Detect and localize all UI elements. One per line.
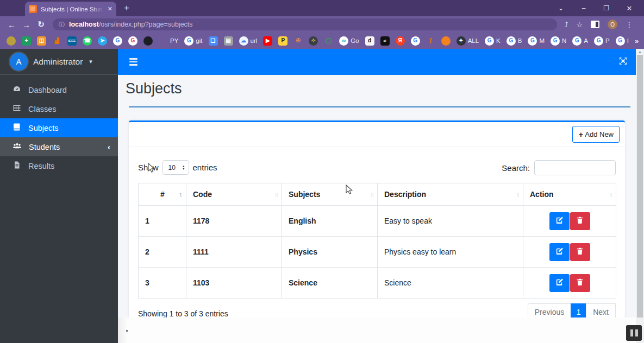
bookmark-godaddy-icon[interactable]: ∞Go [339, 36, 359, 46]
bookmark-analytics-icon[interactable]: ▟ [52, 36, 61, 46]
tab-search-icon[interactable]: ⌄ [549, 4, 572, 12]
close-button[interactable]: ✕ [618, 4, 641, 12]
new-tab-button[interactable]: + [124, 3, 129, 14]
column-header-subjects[interactable]: Subjects↑↓ [282, 183, 378, 206]
column-header-num[interactable]: #↑↓ [139, 183, 186, 206]
column-header-code[interactable]: Code↑↓ [186, 183, 282, 206]
pause-button[interactable] [626, 325, 642, 341]
bookmark-star-icon[interactable]: ☆ [577, 21, 583, 29]
bookmark-py-icon[interactable]: PY [159, 36, 178, 46]
tab-close-icon[interactable]: ✕ [108, 5, 112, 12]
search-control: Search: [502, 160, 616, 175]
bookmarks-overflow-icon[interactable]: » [635, 37, 639, 45]
bookmark-cl-icon[interactable]: cl [380, 36, 390, 46]
cell-code: 1111 [186, 237, 282, 268]
url-path: /osrs/index.php?page=subjects [99, 21, 193, 28]
hamburger-menu-icon[interactable] [129, 58, 137, 65]
scroll-up-icon[interactable]: ▲ [636, 50, 644, 54]
delete-button[interactable] [570, 212, 590, 230]
tachometer-icon [12, 85, 21, 95]
bookmark-google-icon[interactable]: G [411, 36, 420, 46]
scrollbar-thumb[interactable] [637, 55, 643, 317]
pagination-next[interactable]: Next [586, 303, 616, 317]
browser-titlebar: Subjects | Online Student Result S ✕ + ⌄… [0, 0, 644, 16]
bookmark-youtube-icon[interactable]: ▶ [263, 36, 272, 46]
sidebar-item-dashboard[interactable]: Dashboard [0, 80, 118, 99]
cell-description: Physics easy to learn [378, 237, 523, 268]
bookmark-g-n-icon[interactable]: GN [551, 36, 566, 46]
bookmark-google-icon[interactable]: G [128, 36, 137, 46]
table-row: 2 1111 Physics Physics easy to learn [139, 237, 616, 268]
book-icon [12, 123, 21, 133]
reload-icon[interactable]: ↻ [34, 20, 48, 29]
bookmark-movie-icon[interactable]: ✇ [293, 36, 303, 46]
bookmark-github-icon[interactable] [143, 36, 153, 46]
forward-icon[interactable]: → [19, 20, 34, 29]
add-new-button[interactable]: + Add New [572, 126, 620, 143]
bookmark-orange-dot-icon[interactable] [441, 36, 451, 46]
pagination-page-1[interactable]: 1 [571, 303, 586, 317]
bookmark-plant-icon[interactable] [7, 36, 16, 46]
bookmark-all-globe-icon[interactable]: ✦ALL [457, 36, 479, 46]
bookmark-yandex-icon[interactable]: Я [396, 36, 405, 46]
sidebar-item-results[interactable]: Results [0, 156, 118, 175]
restore-button[interactable]: ❐ [595, 4, 618, 12]
bookmark-green-ring-icon[interactable]: ◯ [324, 36, 333, 46]
bookmark-g-a-icon[interactable]: GA [572, 36, 588, 46]
bookmark-image-icon[interactable]: ❑ [209, 36, 218, 46]
fullscreen-icon[interactable] [618, 56, 628, 68]
bookmark-g-i-icon[interactable]: GI [616, 36, 629, 46]
delete-button[interactable] [570, 243, 590, 261]
edit-button[interactable] [549, 243, 570, 261]
column-header-description[interactable]: Description↑↓ [378, 183, 523, 206]
bookmark-cart-icon[interactable]: ✧ [309, 36, 318, 46]
back-icon[interactable]: ← [4, 20, 19, 29]
cell-code: 1103 [186, 268, 282, 298]
vertical-scrollbar[interactable]: ▲ [636, 49, 644, 343]
page-size-select[interactable]: 10 ▲▼ [162, 160, 189, 175]
split-screen-icon[interactable] [591, 21, 599, 28]
site-info-icon[interactable]: ⓘ [59, 21, 65, 29]
bookmark-g-p-icon[interactable]: GP [594, 36, 610, 46]
browser-menu-icon[interactable]: ⋮ [626, 21, 633, 29]
sidebar-item-classes[interactable]: Classes [0, 99, 118, 118]
add-new-label: Add New [585, 130, 614, 138]
edit-button[interactable] [549, 212, 570, 230]
sidebar-item-students[interactable]: Students ‹ [0, 137, 118, 156]
pagination: Previous 1 Next [528, 303, 616, 317]
cell-subject: Science [282, 268, 378, 298]
delete-button[interactable] [570, 274, 590, 292]
pagination-previous[interactable]: Previous [528, 303, 571, 317]
bookmark-google-git-icon[interactable]: Ggit [184, 36, 202, 46]
bookmark-duck-icon[interactable]: d [365, 36, 374, 46]
table-row: 1 1178 English Easy to speak [139, 206, 616, 237]
address-bar[interactable]: ⓘ localhost/osrs/index.php?page=subjects [53, 18, 557, 30]
user-panel[interactable]: A Administrator ▾ [0, 49, 118, 75]
share-icon[interactable]: ⤴ [565, 21, 568, 29]
bookmark-url-cloud-icon[interactable]: ☁url [239, 36, 258, 46]
cell-description: Easy to speak [378, 206, 523, 237]
bookmark-g-m-icon[interactable]: GM [528, 36, 545, 46]
bookmark-camera-icon[interactable]: ▤ [224, 36, 233, 46]
search-input[interactable] [534, 160, 616, 175]
bookmark-g-b-icon[interactable]: GB [507, 36, 522, 46]
bookmark-whatsapp-icon[interactable]: ☎ [83, 36, 92, 46]
minimize-button[interactable]: – [572, 4, 595, 12]
column-header-action[interactable]: Action↑↓ [523, 183, 616, 206]
browser-tab[interactable]: Subjects | Online Student Result S ✕ [25, 2, 116, 16]
bookmark-g-k-icon[interactable]: GK [485, 36, 501, 46]
browser-profile-avatar[interactable]: O [608, 20, 617, 29]
bookmark-google-icon[interactable]: G [113, 36, 122, 46]
sidebar-item-subjects[interactable]: Subjects [0, 118, 118, 137]
plus-icon: + [578, 130, 583, 139]
bookmark-sheets-icon[interactable]: + [22, 36, 31, 46]
screen: Subjects | Online Student Result S ✕ + ⌄… [0, 0, 644, 343]
bookmark-telegram-icon[interactable]: ➤ [98, 36, 107, 46]
edit-button[interactable] [549, 274, 570, 292]
edit-icon [555, 278, 564, 288]
bookmark-ieee-icon[interactable]: IEEE [67, 36, 77, 46]
bookmark-orange-app-icon[interactable]: ◫ [37, 36, 46, 46]
bookmark-flame-icon[interactable]: ʃ [426, 36, 435, 46]
artifact-dot [126, 330, 128, 332]
bookmark-p-yellow-icon[interactable]: P [278, 36, 287, 46]
